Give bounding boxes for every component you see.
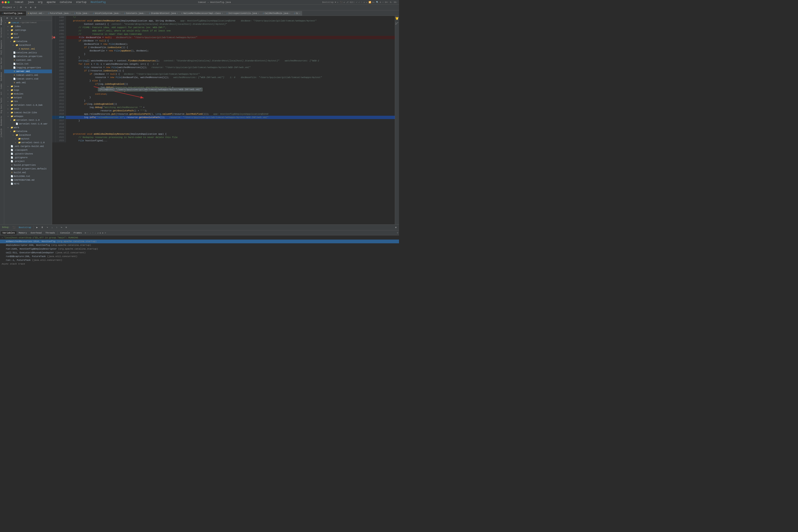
tab-introspection[interactable]: J IntrospectionUtils.java × — [225, 11, 261, 16]
tab-close-2[interactable]: × — [43, 13, 44, 15]
tree-catalina[interactable]: ▾📁Catalina — [4, 40, 52, 43]
tree-catalina-policy[interactable]: 📄catalina.policy — [4, 51, 52, 55]
right-tab-git[interactable]: ⎇ — [395, 21, 399, 26]
tree-project[interactable]: 📄.project — [4, 159, 52, 163]
tree-server-xml[interactable]: Xserver.xml — [4, 70, 52, 73]
tab-standardcontext[interactable]: J StandardContext.java × — [147, 11, 180, 16]
debug-filter-icon[interactable]: ▽ — [397, 232, 398, 234]
menu-org[interactable]: org — [37, 0, 43, 4]
debug-frame-0[interactable]: addWatchedResources:1516, HostConfig (or… — [0, 240, 399, 243]
tree-gitignore[interactable]: 📄.gitignore — [4, 156, 52, 159]
tree-logging-props[interactable]: 📄logging.properties — [4, 66, 52, 70]
sidebar-item-structure[interactable]: Structure — [0, 26, 4, 39]
debug-frame-2[interactable]: run:2165, HostConfig$DeployDescriptor (o… — [0, 247, 399, 251]
debug-tab-variables[interactable]: Variables — [1, 231, 16, 234]
debug-stop-btn[interactable]: ⬛ — [11, 226, 17, 229]
tree-java[interactable]: ▸📁java — [4, 84, 52, 88]
debug-tab-memory[interactable]: Memory — [17, 231, 29, 234]
tree-servelet-10[interactable]: ▾📁servelet-test-1.0 — [4, 118, 52, 122]
tree-build-properties[interactable]: ⚙build.properties — [4, 163, 52, 167]
debug-frame-4[interactable]: run$$$capture:266, FutureTask (java.util… — [0, 254, 399, 258]
debug-frame-6[interactable]: run:151, FutureTask (java.util.concurren… — [0, 266, 399, 266]
tree-context-xml[interactable]: Xcontext.xml — [4, 58, 52, 62]
debug-step-into-btn[interactable]: ↓ — [50, 226, 54, 229]
menu-apache[interactable]: apache — [46, 0, 56, 4]
tab-futuretask[interactable]: J FutureTask.java × — [46, 11, 73, 16]
sidebar-filter-btn[interactable]: ⊟ — [18, 16, 22, 20]
tree-building-txt[interactable]: 📄BUILDING.txt — [4, 174, 52, 178]
tree-mytest-xml[interactable]: Xmytest.xml — [4, 47, 52, 51]
tree-res[interactable]: ▸📁res — [4, 99, 52, 103]
sidebar-item-codex[interactable]: Codex — [0, 82, 4, 90]
debug-tab-overhead[interactable]: Overhead — [29, 231, 43, 234]
debug-step-over-btn[interactable]: ↷ — [46, 226, 49, 229]
tab-file[interactable]: J File.java × — [72, 11, 91, 16]
debug-resume-btn[interactable]: ▶ — [35, 226, 39, 229]
sidebar-collapse-btn[interactable]: ⇱ — [10, 16, 14, 20]
toolbar-collapse[interactable]: ⇱ — [24, 6, 28, 9]
right-tab-notifications[interactable]: 🔔 — [395, 16, 399, 21]
sidebar-item-bookmarks[interactable]: Bookmarks — [0, 114, 4, 127]
debug-tab-frames[interactable]: Frames — [72, 231, 84, 234]
menu-catalina[interactable]: catalina — [59, 0, 73, 4]
tree-tomcat-build-libs[interactable]: ▸📁tomcat-build-libs — [4, 111, 52, 114]
sidebar-item-bigdata[interactable]: Big Data Tools — [0, 96, 4, 115]
minimize-button[interactable] — [4, 1, 7, 3]
tab-cc[interactable]: J Cc × — [292, 11, 302, 16]
debug-eval-btn[interactable]: ≡ — [65, 226, 68, 229]
tree-settings[interactable]: ▸📁.settings — [4, 28, 52, 32]
tree-gitattributes[interactable]: 📄.gitattributes — [4, 152, 52, 156]
tree-tomcat-users-xsd[interactable]: 📄tomcat-users.xsd — [4, 77, 52, 81]
tree-keys[interactable]: 📄KEYS — [4, 182, 52, 186]
debug-pause-btn[interactable]: ⏸ — [40, 226, 44, 229]
tree-catalina-props[interactable]: 📄catalina.properties — [4, 55, 52, 58]
tree-work-catalina[interactable]: ▾📁Catalina — [4, 130, 52, 133]
tree-tomcat-users-xml[interactable]: Xtomcat-users.xml — [4, 73, 52, 77]
tree-build-xml[interactable]: Xbuild.xml — [4, 171, 52, 174]
debug-frame-5[interactable]: run:-1, FutureTask (java.util.concurrent… — [0, 258, 399, 262]
tree-conf[interactable]: ▾📁conf — [4, 36, 52, 40]
toolbar-settings[interactable]: ⚙ — [29, 6, 33, 9]
toolbar-sync[interactable]: ⟳ — [19, 6, 23, 9]
tree-idea[interactable]: ▸📁.idea — [4, 24, 52, 28]
tab-unixfs[interactable]: J UnixFileSystem.java × — [91, 11, 122, 16]
debug-step-out-btn[interactable]: ↑ — [55, 226, 59, 229]
tab-constants[interactable]: J Constants.java × — [122, 11, 147, 16]
tab-mytest[interactable]: X mytest.xml × — [26, 11, 46, 16]
tree-work-localhost[interactable]: ▾📁localhost — [4, 133, 52, 137]
tree-work-servelet[interactable]: ▸📁servelet-test-1.0 — [4, 141, 52, 145]
sidebar-item-art[interactable]: Art — [0, 90, 4, 96]
tab-hostconfig[interactable]: J HostConfig.java × — [0, 11, 26, 16]
tree-test[interactable]: ▸📁test — [4, 107, 52, 111]
tree-build-properties-default[interactable]: 📄build.properties.default — [4, 167, 52, 171]
sidebar-item-jclaslib[interactable]: jclaslib — [0, 127, 4, 139]
debug-frame-1[interactable]: deployDescriptor:830, HostConfig (org.ap… — [0, 243, 399, 247]
tree-localhost[interactable]: ▾📁localhost — [4, 43, 52, 47]
project-selector[interactable]: Project ▾ — [1, 6, 16, 9]
tree-modules[interactable]: ▸📁modules — [4, 92, 52, 96]
tree-work[interactable]: ▾📁work — [4, 126, 52, 130]
tab-nativemethodaccessor[interactable]: C NativeMethodAccessorImpl.class × — [180, 11, 225, 16]
maximize-button[interactable] — [7, 1, 10, 3]
tree-contributing[interactable]: 📄CONTRIBUTING.md — [4, 178, 52, 182]
tab-callmethodrule[interactable]: J CallMethodRule.java × — [261, 11, 292, 16]
tree-tomcat-root[interactable]: ▾📁tomcat ~/gitlab/tomcat — [4, 21, 52, 24]
debug-run-cursor-btn[interactable]: ↪ — [59, 226, 64, 229]
menu-hostconfig[interactable]: HostConfig — [90, 0, 107, 4]
tree-servelet-10-war[interactable]: 📄servelet-test-1.0.war — [4, 122, 52, 126]
debug-frame-3[interactable]: call:511, Executors$RunnableAdapter (jav… — [0, 251, 399, 254]
sidebar-sync-btn[interactable]: ⟳ — [5, 16, 10, 20]
close-button[interactable] — [2, 1, 4, 3]
tree-work-mytest[interactable]: ▸📁mytest — [4, 137, 52, 141]
tree-ant-targets[interactable]: 📄.ant-targets-build.xml — [4, 145, 52, 148]
tab-close[interactable]: × — [23, 13, 24, 15]
sidebar-item-json-parser[interactable]: Json Parser — [0, 56, 4, 71]
menu-java[interactable]: java — [27, 0, 35, 4]
menu-startup[interactable]: startup — [75, 0, 87, 4]
tree-hello-txt[interactable]: 📄hello.txt — [4, 62, 52, 66]
sidebar-item-project[interactable]: Project — [0, 16, 4, 26]
sidebar-item-pull-requests[interactable]: Pull Requests — [0, 39, 4, 56]
tree-servelet-bak[interactable]: ▸📁servelet-test-1.0_bak — [4, 103, 52, 107]
tree-webapps[interactable]: ▾📁webapps — [4, 114, 52, 118]
sidebar-item-database[interactable]: Database — [0, 71, 4, 82]
